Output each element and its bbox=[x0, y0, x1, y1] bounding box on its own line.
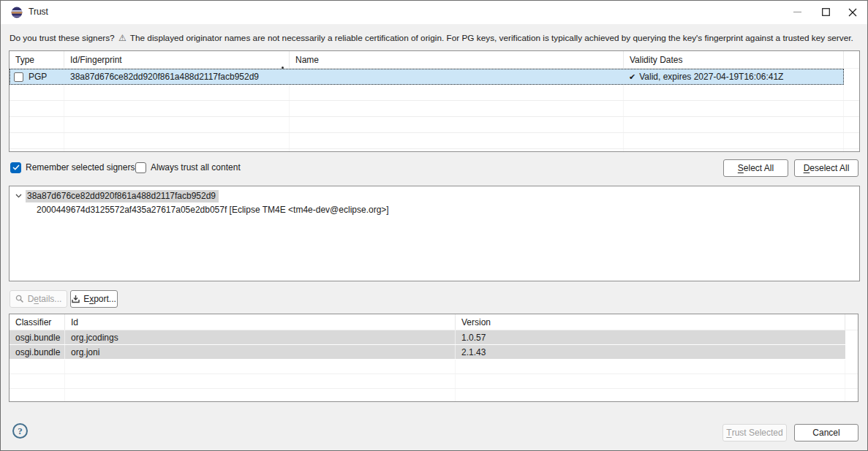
signers-table: Type Id/Fingerprint Name Validity Dates … bbox=[9, 50, 860, 152]
empty-row bbox=[10, 101, 859, 117]
column-header-id[interactable]: Id bbox=[65, 314, 456, 330]
magnifier-icon bbox=[15, 295, 24, 303]
close-button[interactable] bbox=[838, 1, 867, 23]
artifacts-table: Classifier Id Version osgi.bundle org.jc… bbox=[9, 314, 858, 402]
signer-type: PGP bbox=[29, 72, 47, 82]
minimize-icon bbox=[793, 8, 801, 16]
checkmark-icon bbox=[12, 164, 20, 170]
artifacts-table-header: Classifier Id Version bbox=[10, 314, 858, 330]
help-button[interactable]: ? bbox=[12, 423, 28, 439]
artifact-version: 1.0.57 bbox=[456, 330, 845, 344]
export-icon bbox=[72, 295, 80, 303]
chevron-down-icon[interactable] bbox=[15, 194, 22, 198]
empty-row bbox=[10, 117, 859, 133]
trust-question: Do you trust these signers? bbox=[10, 33, 115, 43]
select-all-button[interactable]: Select All bbox=[723, 159, 788, 177]
export-button[interactable]: Export... bbox=[70, 290, 118, 308]
label-part: eselect All bbox=[809, 163, 849, 173]
key-child-entry: 2000449674d3125572af435a27617a05e2db057f… bbox=[37, 205, 389, 215]
trust-selected-button[interactable]: Trust Selected bbox=[722, 424, 787, 441]
artifact-id: org.joni bbox=[65, 345, 456, 359]
always-trust-option[interactable]: Always trust all content bbox=[135, 161, 241, 174]
key-fingerprint-root[interactable]: 38a87d676ce82dd920f861a488d2117facb952d9 bbox=[26, 190, 219, 202]
key-details-tree: 38a87d676ce82dd920f861a488d2117facb952d9… bbox=[9, 186, 860, 281]
label-mnemonic: S bbox=[738, 163, 744, 173]
column-header-filler bbox=[845, 314, 858, 330]
label-part: Cancel bbox=[812, 428, 839, 438]
signer-fingerprint: 38a87d676ce82dd920f861a488d2117facb952d9 bbox=[64, 69, 290, 85]
eclipse-logo-icon bbox=[11, 7, 23, 18]
warning-icon: ⚠ bbox=[117, 33, 128, 43]
artifact-classifier: osgi.bundle bbox=[10, 330, 65, 344]
signer-name bbox=[290, 69, 624, 85]
label-part: D bbox=[28, 294, 34, 304]
trust-description-body: The displayed originator names are not n… bbox=[130, 33, 853, 43]
signer-validity: Valid, expires 2027-04-19T16:06:41Z bbox=[639, 72, 783, 82]
empty-row bbox=[10, 133, 859, 149]
artifact-classifier: osgi.bundle bbox=[10, 345, 65, 359]
trust-dialog: Trust Do you trust these signers? ⚠ The … bbox=[0, 0, 868, 451]
artifact-row[interactable]: osgi.bundle org.jcodings 1.0.57 bbox=[10, 330, 845, 345]
label-part: port... bbox=[94, 294, 116, 304]
empty-row bbox=[10, 360, 858, 374]
label-part: elect All bbox=[744, 163, 774, 173]
column-header-validity-dates[interactable]: Validity Dates bbox=[624, 51, 844, 68]
key-tree-child-row[interactable]: 2000449674d3125572af435a27617a05e2db057f… bbox=[37, 203, 389, 216]
valid-check-icon: ✔ bbox=[629, 72, 635, 82]
close-icon bbox=[848, 8, 857, 17]
always-trust-label: Always trust all content bbox=[151, 162, 241, 173]
question-mark-icon: ? bbox=[18, 425, 23, 437]
label-part: E bbox=[83, 294, 89, 304]
label-mnemonic: e bbox=[34, 294, 39, 304]
remember-label: Remember selected signers bbox=[26, 162, 135, 173]
column-header-name[interactable]: Name bbox=[290, 51, 624, 68]
always-trust-checkbox-unchecked[interactable] bbox=[135, 162, 146, 173]
trust-description: Do you trust these signers? ⚠ The displa… bbox=[10, 33, 865, 43]
window-title: Trust bbox=[29, 1, 48, 23]
maximize-button[interactable] bbox=[811, 1, 840, 23]
remember-selected-signers-option[interactable]: Remember selected signers bbox=[10, 161, 135, 174]
remember-checkbox-checked[interactable] bbox=[10, 162, 21, 173]
empty-row bbox=[10, 374, 858, 389]
artifact-id: org.jcodings bbox=[65, 330, 456, 344]
label-mnemonic: T bbox=[726, 428, 731, 438]
titlebar: Trust bbox=[1, 1, 867, 24]
empty-row bbox=[10, 149, 859, 152]
cancel-button[interactable]: Cancel bbox=[794, 424, 858, 441]
signer-checkbox[interactable] bbox=[14, 72, 23, 82]
label-mnemonic: D bbox=[804, 163, 810, 173]
column-header-filler bbox=[844, 51, 859, 68]
artifact-version: 2.1.43 bbox=[456, 345, 845, 359]
details-button[interactable]: Details... bbox=[10, 290, 67, 308]
label-part: rust Selected bbox=[732, 428, 783, 438]
artifact-row[interactable]: osgi.bundle org.joni 2.1.43 bbox=[10, 345, 845, 360]
column-header-classifier[interactable]: Classifier bbox=[10, 314, 65, 330]
deselect-all-button[interactable]: Deselect All bbox=[794, 159, 858, 177]
maximize-icon bbox=[822, 8, 830, 16]
label-part: tails... bbox=[39, 294, 61, 304]
signer-row[interactable]: PGP 38a87d676ce82dd920f861a488d2117facb9… bbox=[10, 69, 844, 85]
empty-row bbox=[10, 389, 858, 402]
empty-row bbox=[10, 85, 859, 101]
column-header-version[interactable]: Version bbox=[456, 314, 845, 330]
minimize-button[interactable] bbox=[782, 1, 812, 23]
signers-table-header: Type Id/Fingerprint Name Validity Dates bbox=[10, 51, 859, 69]
column-header-id-fingerprint[interactable]: Id/Fingerprint bbox=[64, 51, 290, 68]
column-header-type[interactable]: Type bbox=[10, 51, 64, 68]
column-marker-dot bbox=[282, 67, 284, 69]
key-tree-root-row[interactable]: 38a87d676ce82dd920f861a488d2117facb952d9 bbox=[10, 189, 859, 202]
